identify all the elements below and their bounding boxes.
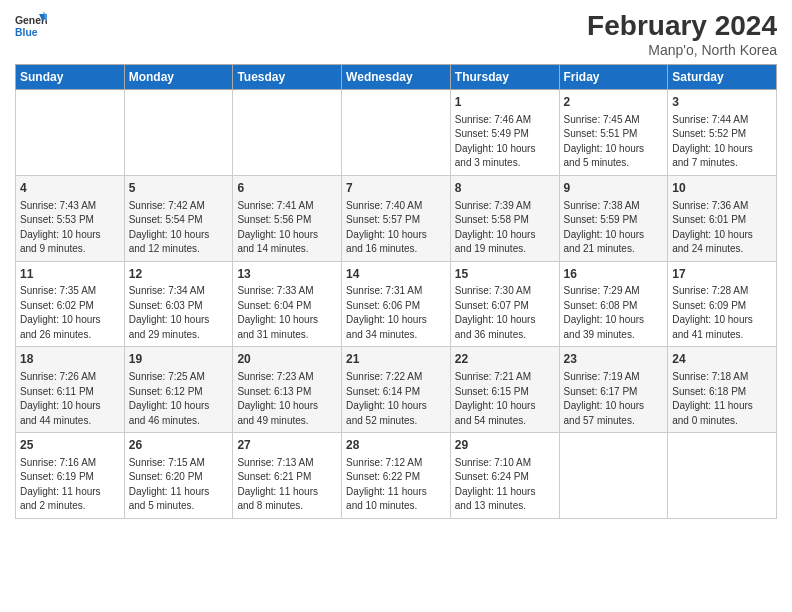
day-info: Sunrise: 7:42 AM Sunset: 5:54 PM Dayligh… (129, 199, 229, 257)
day-info: Sunrise: 7:30 AM Sunset: 6:07 PM Dayligh… (455, 284, 555, 342)
day-info: Sunrise: 7:45 AM Sunset: 5:51 PM Dayligh… (564, 113, 664, 171)
day-number: 18 (20, 351, 120, 368)
day-number: 29 (455, 437, 555, 454)
col-header-sunday: Sunday (16, 65, 125, 90)
day-info: Sunrise: 7:22 AM Sunset: 6:14 PM Dayligh… (346, 370, 446, 428)
day-number: 5 (129, 180, 229, 197)
day-cell: 12Sunrise: 7:34 AM Sunset: 6:03 PM Dayli… (124, 261, 233, 347)
day-number: 3 (672, 94, 772, 111)
day-cell: 7Sunrise: 7:40 AM Sunset: 5:57 PM Daylig… (342, 175, 451, 261)
day-number: 6 (237, 180, 337, 197)
day-number: 14 (346, 266, 446, 283)
day-cell: 3Sunrise: 7:44 AM Sunset: 5:52 PM Daylig… (668, 90, 777, 176)
day-cell (342, 90, 451, 176)
day-info: Sunrise: 7:21 AM Sunset: 6:15 PM Dayligh… (455, 370, 555, 428)
day-cell: 26Sunrise: 7:15 AM Sunset: 6:20 PM Dayli… (124, 433, 233, 519)
day-cell: 27Sunrise: 7:13 AM Sunset: 6:21 PM Dayli… (233, 433, 342, 519)
day-cell: 6Sunrise: 7:41 AM Sunset: 5:56 PM Daylig… (233, 175, 342, 261)
day-cell: 20Sunrise: 7:23 AM Sunset: 6:13 PM Dayli… (233, 347, 342, 433)
day-number: 1 (455, 94, 555, 111)
day-info: Sunrise: 7:25 AM Sunset: 6:12 PM Dayligh… (129, 370, 229, 428)
day-number: 23 (564, 351, 664, 368)
page-header: General Blue February 2024 Manp'o, North… (15, 10, 777, 58)
day-cell: 4Sunrise: 7:43 AM Sunset: 5:53 PM Daylig… (16, 175, 125, 261)
logo-icon: General Blue (15, 10, 47, 42)
day-cell: 5Sunrise: 7:42 AM Sunset: 5:54 PM Daylig… (124, 175, 233, 261)
col-header-friday: Friday (559, 65, 668, 90)
day-number: 4 (20, 180, 120, 197)
day-cell: 17Sunrise: 7:28 AM Sunset: 6:09 PM Dayli… (668, 261, 777, 347)
day-info: Sunrise: 7:35 AM Sunset: 6:02 PM Dayligh… (20, 284, 120, 342)
day-info: Sunrise: 7:41 AM Sunset: 5:56 PM Dayligh… (237, 199, 337, 257)
day-info: Sunrise: 7:15 AM Sunset: 6:20 PM Dayligh… (129, 456, 229, 514)
title-block: February 2024 Manp'o, North Korea (587, 10, 777, 58)
day-cell (668, 433, 777, 519)
svg-text:Blue: Blue (15, 27, 38, 38)
day-cell: 2Sunrise: 7:45 AM Sunset: 5:51 PM Daylig… (559, 90, 668, 176)
day-number: 20 (237, 351, 337, 368)
col-header-tuesday: Tuesday (233, 65, 342, 90)
week-row-4: 18Sunrise: 7:26 AM Sunset: 6:11 PM Dayli… (16, 347, 777, 433)
day-number: 26 (129, 437, 229, 454)
day-number: 9 (564, 180, 664, 197)
day-info: Sunrise: 7:36 AM Sunset: 6:01 PM Dayligh… (672, 199, 772, 257)
header-row: SundayMondayTuesdayWednesdayThursdayFrid… (16, 65, 777, 90)
day-cell: 15Sunrise: 7:30 AM Sunset: 6:07 PM Dayli… (450, 261, 559, 347)
day-cell: 8Sunrise: 7:39 AM Sunset: 5:58 PM Daylig… (450, 175, 559, 261)
day-info: Sunrise: 7:19 AM Sunset: 6:17 PM Dayligh… (564, 370, 664, 428)
day-number: 19 (129, 351, 229, 368)
day-number: 2 (564, 94, 664, 111)
col-header-thursday: Thursday (450, 65, 559, 90)
day-info: Sunrise: 7:44 AM Sunset: 5:52 PM Dayligh… (672, 113, 772, 171)
week-row-1: 1Sunrise: 7:46 AM Sunset: 5:49 PM Daylig… (16, 90, 777, 176)
day-info: Sunrise: 7:29 AM Sunset: 6:08 PM Dayligh… (564, 284, 664, 342)
day-info: Sunrise: 7:31 AM Sunset: 6:06 PM Dayligh… (346, 284, 446, 342)
col-header-monday: Monday (124, 65, 233, 90)
week-row-3: 11Sunrise: 7:35 AM Sunset: 6:02 PM Dayli… (16, 261, 777, 347)
day-cell: 22Sunrise: 7:21 AM Sunset: 6:15 PM Dayli… (450, 347, 559, 433)
day-info: Sunrise: 7:12 AM Sunset: 6:22 PM Dayligh… (346, 456, 446, 514)
day-cell: 13Sunrise: 7:33 AM Sunset: 6:04 PM Dayli… (233, 261, 342, 347)
day-cell: 23Sunrise: 7:19 AM Sunset: 6:17 PM Dayli… (559, 347, 668, 433)
day-cell: 9Sunrise: 7:38 AM Sunset: 5:59 PM Daylig… (559, 175, 668, 261)
day-info: Sunrise: 7:13 AM Sunset: 6:21 PM Dayligh… (237, 456, 337, 514)
day-cell: 29Sunrise: 7:10 AM Sunset: 6:24 PM Dayli… (450, 433, 559, 519)
day-number: 12 (129, 266, 229, 283)
day-info: Sunrise: 7:34 AM Sunset: 6:03 PM Dayligh… (129, 284, 229, 342)
day-number: 16 (564, 266, 664, 283)
day-cell: 28Sunrise: 7:12 AM Sunset: 6:22 PM Dayli… (342, 433, 451, 519)
day-number: 17 (672, 266, 772, 283)
day-info: Sunrise: 7:38 AM Sunset: 5:59 PM Dayligh… (564, 199, 664, 257)
day-cell: 19Sunrise: 7:25 AM Sunset: 6:12 PM Dayli… (124, 347, 233, 433)
day-info: Sunrise: 7:23 AM Sunset: 6:13 PM Dayligh… (237, 370, 337, 428)
day-info: Sunrise: 7:46 AM Sunset: 5:49 PM Dayligh… (455, 113, 555, 171)
calendar-body: 1Sunrise: 7:46 AM Sunset: 5:49 PM Daylig… (16, 90, 777, 519)
day-cell: 18Sunrise: 7:26 AM Sunset: 6:11 PM Dayli… (16, 347, 125, 433)
day-info: Sunrise: 7:39 AM Sunset: 5:58 PM Dayligh… (455, 199, 555, 257)
day-number: 10 (672, 180, 772, 197)
day-cell: 14Sunrise: 7:31 AM Sunset: 6:06 PM Dayli… (342, 261, 451, 347)
day-number: 11 (20, 266, 120, 283)
calendar-subtitle: Manp'o, North Korea (587, 42, 777, 58)
calendar-header: SundayMondayTuesdayWednesdayThursdayFrid… (16, 65, 777, 90)
day-cell: 25Sunrise: 7:16 AM Sunset: 6:19 PM Dayli… (16, 433, 125, 519)
week-row-5: 25Sunrise: 7:16 AM Sunset: 6:19 PM Dayli… (16, 433, 777, 519)
week-row-2: 4Sunrise: 7:43 AM Sunset: 5:53 PM Daylig… (16, 175, 777, 261)
calendar-title: February 2024 (587, 10, 777, 42)
day-cell: 16Sunrise: 7:29 AM Sunset: 6:08 PM Dayli… (559, 261, 668, 347)
day-cell: 1Sunrise: 7:46 AM Sunset: 5:49 PM Daylig… (450, 90, 559, 176)
day-number: 24 (672, 351, 772, 368)
day-number: 8 (455, 180, 555, 197)
day-number: 21 (346, 351, 446, 368)
col-header-saturday: Saturday (668, 65, 777, 90)
day-cell: 24Sunrise: 7:18 AM Sunset: 6:18 PM Dayli… (668, 347, 777, 433)
day-info: Sunrise: 7:28 AM Sunset: 6:09 PM Dayligh… (672, 284, 772, 342)
day-cell (233, 90, 342, 176)
day-cell (559, 433, 668, 519)
day-info: Sunrise: 7:33 AM Sunset: 6:04 PM Dayligh… (237, 284, 337, 342)
day-number: 13 (237, 266, 337, 283)
day-number: 25 (20, 437, 120, 454)
day-number: 28 (346, 437, 446, 454)
col-header-wednesday: Wednesday (342, 65, 451, 90)
day-info: Sunrise: 7:43 AM Sunset: 5:53 PM Dayligh… (20, 199, 120, 257)
